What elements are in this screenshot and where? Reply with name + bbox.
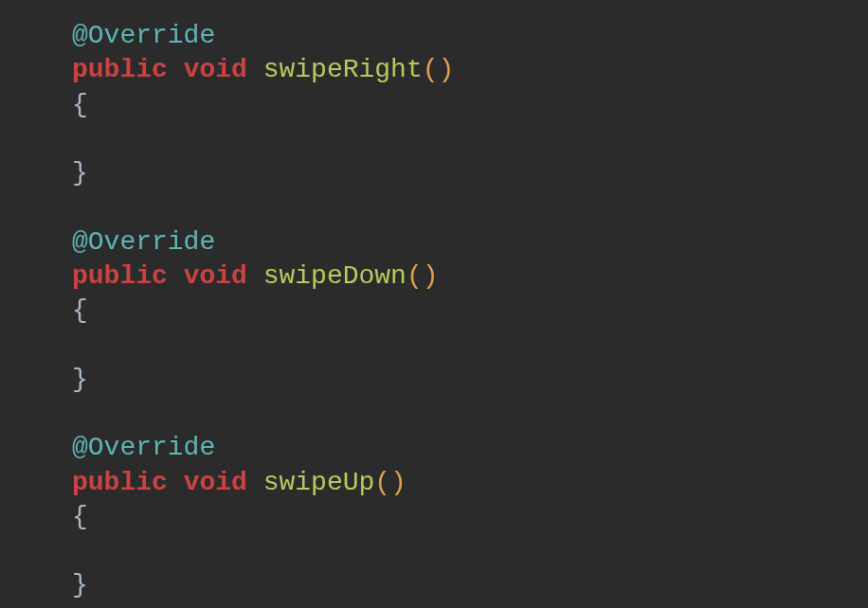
keyword-void: void — [184, 55, 247, 84]
code-line-empty — [72, 534, 868, 568]
code-line-signature: public void swipeDown() — [72, 259, 868, 294]
method-name-token: swipeUp — [263, 468, 375, 497]
open-paren-token: ( — [374, 468, 390, 497]
code-line-empty — [72, 191, 868, 225]
code-line-signature: public void swipeRight() — [72, 53, 868, 87]
keyword-public: public — [72, 261, 168, 291]
code-line-close-brace: } — [72, 156, 868, 190]
code-line-annotation: @Override — [72, 431, 868, 465]
code-line-empty — [72, 397, 868, 431]
code-line-signature: public void swipeUp() — [72, 466, 868, 500]
close-paren-token: ) — [439, 55, 455, 84]
code-line-open-brace: { — [72, 500, 868, 534]
open-paren-token: ( — [407, 261, 423, 291]
close-paren-token: ) — [423, 261, 439, 291]
method-name-token: swipeDown — [263, 261, 407, 291]
code-line-annotation: @Override — [72, 19, 868, 53]
code-line-empty — [72, 122, 868, 156]
open-brace-token: { — [72, 90, 88, 119]
keyword-void: void — [184, 468, 247, 497]
annotation-token: @Override — [72, 433, 215, 462]
code-line-empty — [72, 329, 868, 363]
close-brace-token: } — [72, 158, 88, 188]
code-line-close-brace: } — [72, 363, 868, 397]
code-line-close-brace: } — [72, 568, 868, 602]
method-name-token: swipeRight — [263, 55, 423, 84]
open-brace-token: { — [72, 295, 88, 325]
keyword-void: void — [184, 261, 247, 291]
code-line-annotation: @Override — [72, 225, 868, 259]
annotation-token: @Override — [72, 227, 215, 257]
open-brace-token: { — [72, 502, 88, 531]
close-brace-token: } — [72, 570, 88, 599]
code-line-open-brace: { — [72, 294, 868, 328]
close-paren-token: ) — [390, 468, 407, 497]
keyword-public: public — [72, 55, 168, 84]
close-brace-token: } — [72, 365, 88, 394]
keyword-public: public — [72, 468, 168, 497]
open-paren-token: ( — [423, 55, 439, 84]
code-line-open-brace: { — [72, 88, 868, 122]
annotation-token: @Override — [72, 21, 215, 50]
code-editor[interactable]: @Override public void swipeRight() { } @… — [72, 19, 868, 603]
